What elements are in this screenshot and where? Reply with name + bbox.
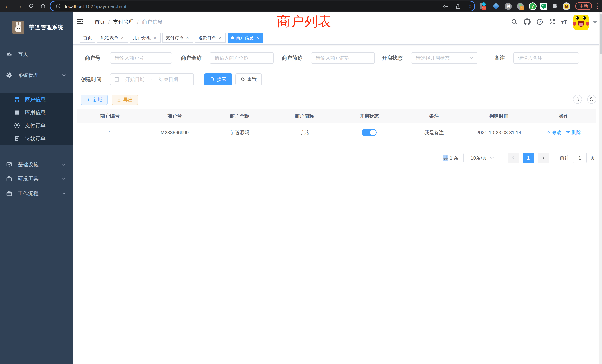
table-header-cell: 商户全称 [207,113,272,119]
sidebar-item-workflow[interactable]: 工作流程 [0,185,73,202]
tab-close-icon[interactable]: × [218,36,222,40]
toggle-search-icon-button[interactable] [573,95,582,104]
document-icon [14,135,20,142]
refresh-table-icon-button[interactable] [587,95,596,104]
tab-process-form[interactable]: 流程表单 × [97,33,128,43]
goto-page-input[interactable] [573,153,587,163]
extension-command-icon[interactable]: ⌘ [504,2,513,11]
short-name-input[interactable] [311,52,375,64]
export-button[interactable]: 导出 [112,95,138,105]
toolbox-icon [6,190,13,197]
tab-close-icon[interactable]: × [185,36,190,40]
delete-link[interactable]: 删除 [566,129,581,136]
page-size-select[interactable]: 10条/页 [463,153,500,163]
extension-tabs-icon[interactable]: 10 [479,2,487,11]
payment-submenu: 商户信息 应用信息 ¥ 支付订单 退款订单 [0,93,73,145]
export-button-label: 导出 [123,96,133,103]
app-title: 芋道管理系统 [29,24,63,31]
scrollbar-thumb[interactable] [600,14,602,54]
sidebar-item-label: 退款订单 [25,135,46,142]
sidebar-item-home[interactable]: 首页 [0,44,73,64]
next-page-button[interactable] [538,153,549,163]
breadcrumb-current: 商户信息 [142,19,163,26]
sidebar-item-app-info[interactable]: 应用信息 [0,106,73,119]
table-row: 1 M233666999 芋道源码 芋艿 我是备注 2021-10-23 08:… [77,123,596,142]
info-icon[interactable] [56,3,61,9]
back-icon[interactable]: ← [3,1,12,10]
status-select-placeholder: 请选择开启状态 [416,55,470,61]
url-text[interactable]: localhost:1024/pay/merchant [65,3,126,10]
tab-merchant-info[interactable]: 商户信息 × [228,33,263,43]
merchant-no-input[interactable] [110,52,172,64]
home-icon[interactable] [39,1,47,10]
bookmark-star-icon[interactable]: ☆ [466,3,474,10]
breadcrumb-section[interactable]: 支付管理 [113,19,134,26]
remark-input[interactable] [513,52,579,64]
sidebar-item-dev-tools[interactable]: 研发工具 [0,171,73,187]
short-name-label: 商户简称 [269,52,302,64]
app-logo-row[interactable]: 芋道管理系统 [0,15,73,40]
user-avatar[interactable] [573,15,589,30]
scrollbar[interactable] [599,12,602,364]
search-button[interactable]: 搜索 [204,73,232,85]
create-time-range-picker[interactable]: 开始日期 - 结束日期 [110,73,194,85]
end-date-placeholder: 结束日期 [156,76,181,83]
tab-close-icon[interactable]: × [153,36,157,40]
full-name-input[interactable] [210,52,274,64]
sidebar-item-system[interactable]: 系统管理 [0,65,73,86]
refresh-icon[interactable] [27,1,36,10]
sidebar-item-pay-order[interactable]: ¥ 支付订单 [0,119,73,132]
sidebar-item-label: 首页 [18,51,28,58]
tab-home[interactable]: 首页 [80,33,95,43]
prev-page-button[interactable] [508,153,519,163]
extensions-puzzle-icon[interactable] [550,2,559,11]
url-path: :1024/pay/merchant [84,4,127,9]
extension-diamond-icon[interactable] [492,2,500,11]
chevron-down-icon [62,191,66,195]
extension-notify-icon[interactable]: 1 [516,2,525,11]
goto-label: 前往 [560,153,569,163]
extension-yudao-icon[interactable]: y [528,2,537,11]
reset-button[interactable]: 重置 [235,73,262,85]
help-icon[interactable]: ? [536,18,544,26]
pagination-total-prefix: 共 [443,155,448,161]
page-suffix-label: 页 [590,153,595,163]
status-select[interactable]: 请选择开启状态 [411,52,477,64]
current-page-button[interactable]: 1 [523,153,534,163]
sidebar-toggle-icon[interactable] [77,19,83,24]
avatar-caret-icon[interactable] [593,21,597,24]
cell-status [337,129,402,136]
sidebar-item-refund-order[interactable]: 退款订单 [0,132,73,145]
add-button[interactable]: ＋ 新增 [81,95,108,105]
search-button-label: 搜索 [217,76,226,83]
key-icon[interactable] [442,3,449,10]
share-icon[interactable] [454,3,462,10]
profile-emoji-avatar[interactable] [562,2,571,11]
app-logo-rabbit [12,21,24,33]
tab-user-group[interactable]: 用户分组 × [130,33,161,43]
table-header-row: 商户编号 商户号 商户全称 商户简称 开启状态 备注 创建时间 操作 [77,109,596,123]
browser-update-button[interactable]: 更新 [575,2,592,10]
cell-short-name: 芋艿 [272,129,337,136]
tab-refund-order[interactable]: 退款订单 × [195,33,226,43]
font-size-icon[interactable]: TT [560,18,568,26]
tab-label: 退款订单 [198,35,216,41]
kebab-menu-icon[interactable] [596,3,598,10]
forward-icon[interactable]: → [15,1,24,10]
extension-chat-icon[interactable] [539,2,548,11]
tab-pay-order[interactable]: 支付订单 × [162,33,193,43]
github-icon[interactable] [523,18,531,26]
status-toggle[interactable] [362,129,377,136]
tab-close-icon[interactable]: × [255,36,260,40]
search-icon[interactable] [510,18,519,26]
breadcrumb-home[interactable]: 首页 [95,19,105,26]
fullscreen-icon[interactable] [548,18,556,26]
sidebar-item-merchant-info[interactable]: 商户信息 [0,93,73,106]
url-bar[interactable]: localhost:1024/pay/merchant [50,1,475,11]
chevron-down-icon [62,176,66,180]
edit-link[interactable]: 修改 [546,129,561,136]
page-size-value: 10条/页 [471,155,487,161]
dashboard-icon [6,51,13,57]
sidebar-item-infrastructure[interactable]: 基础设施 [0,156,73,173]
tab-close-icon[interactable]: × [120,36,125,40]
